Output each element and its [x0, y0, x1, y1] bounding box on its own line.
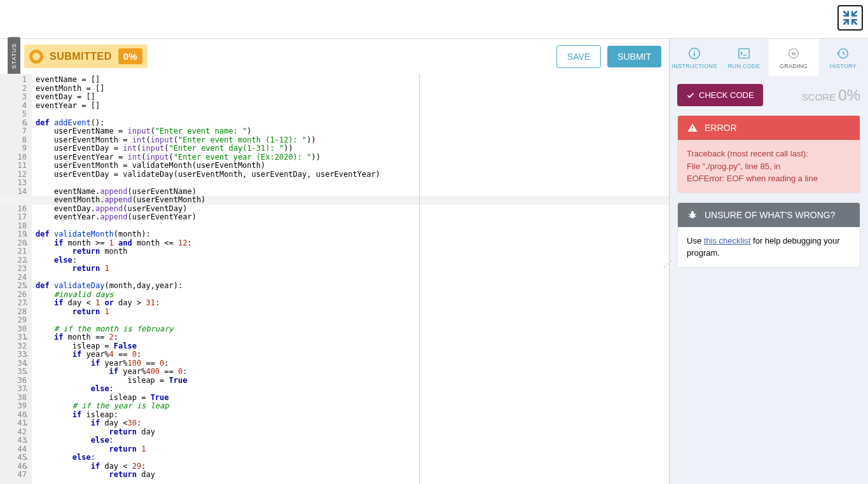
code-line[interactable] [36, 273, 669, 282]
code-line[interactable]: # if the month is february [36, 325, 669, 334]
svg-line-15 [694, 216, 696, 217]
code-line[interactable]: eventYear.append(userEventYear) [36, 213, 669, 222]
code-line[interactable]: eventName.append(userEventName) [36, 188, 669, 197]
code-line[interactable]: return day [36, 471, 669, 480]
line-number: 46▾ [0, 462, 27, 471]
line-number: 17 [0, 213, 27, 222]
code-line[interactable]: eventDay.append(userEventDay) [36, 205, 669, 214]
code-line[interactable]: if month >= 1 and month <= 12: [36, 239, 669, 248]
code-line[interactable]: else: [36, 436, 669, 445]
line-number: 30 [0, 325, 27, 334]
checklist-link[interactable]: this checklist [704, 236, 751, 245]
code-line[interactable]: return month [36, 247, 669, 256]
tab-history-label: HISTORY [830, 63, 857, 69]
code-line[interactable]: eventMonth.append(userEventMonth) [36, 196, 669, 205]
line-number: 41▾ [0, 419, 27, 428]
line-number: 37▾ [0, 385, 27, 394]
code-line[interactable]: else: [36, 453, 669, 462]
code-line[interactable] [36, 222, 669, 231]
code-line[interactable]: if year%400 == 0: [36, 368, 669, 377]
code-line[interactable]: # if the year is leap [36, 402, 669, 411]
save-button[interactable]: SAVE [556, 45, 601, 68]
code-line[interactable]: if day < 1 or day > 31: [36, 299, 669, 308]
code-editor[interactable]: 123456▾78910111213141516171819▾20▾2122▾2… [0, 74, 669, 484]
tab-grading[interactable]: % GRADING [769, 39, 818, 76]
code-line[interactable]: userEventMonth = int(input("Enter event … [36, 136, 669, 145]
fullscreen-toggle-button[interactable] [837, 5, 863, 31]
tab-instructions-label: INSTRUCTIONS [672, 63, 717, 69]
code-line[interactable]: else: [36, 385, 669, 394]
code-line[interactable]: eventName = [] [36, 76, 669, 85]
code-line[interactable]: else: [36, 256, 669, 265]
line-number: 8 [0, 136, 27, 145]
line-number: 20▾ [0, 239, 27, 248]
check-code-label: CHECK CODE [699, 90, 754, 100]
submit-button[interactable]: SUBMIT [607, 46, 661, 67]
code-line[interactable] [36, 110, 669, 119]
line-number: 43▾ [0, 436, 27, 445]
bug-icon [687, 209, 698, 221]
code-line[interactable]: userEventName = input("Enter event name:… [36, 127, 669, 136]
code-line[interactable]: userEventDay = int(input("Enter event da… [36, 144, 669, 153]
line-number: 1 [0, 76, 27, 85]
code-line[interactable]: return 1 [36, 445, 669, 454]
code-line[interactable]: if day <30: [36, 419, 669, 428]
error-title: ERROR [705, 123, 737, 133]
error-body: Traceback (most recent call last):File "… [678, 140, 860, 193]
code-line[interactable]: isleap = True [36, 377, 669, 385]
code-line[interactable]: return 1 [36, 265, 669, 273]
code-line[interactable] [36, 316, 669, 325]
code-line[interactable]: if month == 2: [36, 333, 669, 342]
panel-tabs: INSTRUCTIONS RUN CODE % GRADING HISTORY [670, 39, 868, 76]
code-line[interactable] [36, 179, 669, 188]
tab-run-code-label: RUN CODE [728, 63, 760, 69]
grading-panel: CHECK CODE SCORE 0% ERROR Traceback (mos… [670, 76, 868, 484]
submitted-label: SUBMITTED [50, 51, 112, 62]
svg-rect-2 [694, 53, 695, 57]
error-line: EOFError: EOF when reading a line [687, 172, 851, 185]
code-line[interactable]: userEventDay = validateDay(userEventMont… [36, 170, 669, 179]
code-line[interactable]: if year%4 == 0: [36, 350, 669, 359]
tab-instructions[interactable]: INSTRUCTIONS [670, 39, 719, 76]
code-line[interactable]: def validateMonth(month): [36, 230, 669, 239]
code-line[interactable]: userEventMonth = validateMonth(userEvent… [36, 162, 669, 170]
svg-line-13 [694, 214, 696, 215]
line-number: 7 [0, 127, 27, 136]
svg-line-14 [689, 216, 691, 217]
code-line[interactable]: if day < 29: [36, 462, 669, 471]
code-line[interactable]: #invalid days [36, 291, 669, 300]
line-number: 27▾ [0, 299, 27, 308]
line-number: 5 [0, 110, 27, 119]
check-code-button[interactable]: CHECK CODE [677, 84, 763, 106]
svg-rect-3 [739, 48, 750, 58]
code-line[interactable]: isleap = True [36, 394, 669, 403]
score-label: SCORE [802, 92, 836, 102]
code-line[interactable]: if year%100 == 0: [36, 359, 669, 368]
code-line[interactable]: isleap = False [36, 342, 669, 351]
code-line[interactable]: userEventYear = int(input("Enter event y… [36, 153, 669, 162]
line-number: 29 [0, 316, 27, 325]
code-line[interactable]: return day [36, 428, 669, 437]
line-number: 38 [0, 394, 27, 403]
score-display: SCORE 0% [802, 86, 860, 104]
collapse-icon [842, 10, 858, 26]
code-line[interactable]: def validateDay(month,day,year): [36, 282, 669, 291]
tab-run-code[interactable]: RUN CODE [719, 39, 769, 76]
line-number: 32 [0, 342, 27, 351]
code-area[interactable]: eventName = []eventMonth = []eventDay = … [32, 74, 669, 484]
svg-point-9 [692, 130, 693, 131]
code-line[interactable]: def addEvent(): [36, 119, 669, 128]
code-line[interactable]: if isleap: [36, 411, 669, 420]
code-line[interactable]: eventYear = [] [36, 102, 669, 111]
line-number: 19▾ [0, 230, 27, 239]
error-line: Traceback (most recent call last): [687, 148, 851, 160]
svg-rect-8 [692, 127, 693, 129]
code-line[interactable]: return 1 [36, 308, 669, 317]
line-number: 14 [0, 188, 27, 197]
code-line[interactable]: eventDay = [] [36, 93, 669, 102]
tab-history[interactable]: HISTORY [818, 39, 868, 76]
status-tab[interactable]: STATUS [8, 37, 20, 75]
check-icon [686, 91, 695, 100]
svg-line-12 [689, 214, 691, 215]
code-line[interactable]: eventMonth = [] [36, 85, 669, 93]
